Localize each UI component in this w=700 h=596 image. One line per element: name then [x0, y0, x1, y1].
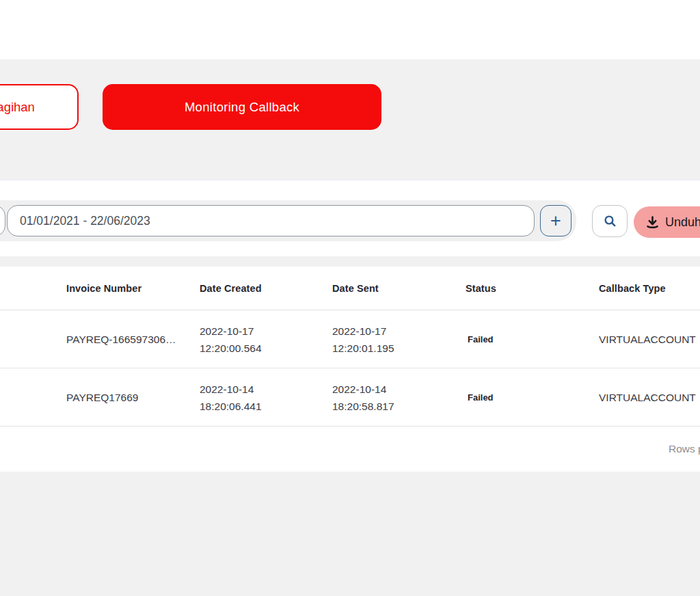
- table-header-row: Invoice Number Date Created Date Sent St…: [0, 267, 700, 310]
- date-created-time: 18:20:06.441: [200, 398, 262, 415]
- date-sent-time: 12:20:01.195: [332, 340, 394, 357]
- date-sent-time: 18:20:58.817: [332, 398, 394, 415]
- cell-status: Failed: [468, 368, 550, 426]
- tab-monitoring-callback-label: Monitoring Callback: [185, 100, 299, 115]
- cell-callback-type: VIRTUALACCOUNT: [599, 368, 700, 426]
- rows-per-page-label: Rows per page: [669, 426, 700, 471]
- cell-date-created: 2022-10-14 18:20:06.441: [200, 368, 329, 426]
- plus-icon: +: [550, 212, 561, 230]
- cell-date-sent: 2022-10-17 12:20:01.195: [332, 310, 462, 368]
- date-created-date: 2022-10-17: [200, 323, 254, 340]
- date-range-input[interactable]: [7, 205, 535, 236]
- monitoring-callback-page: Tagihan Monitoring Callback +: [0, 0, 700, 596]
- top-header-strip: [0, 0, 700, 59]
- download-button[interactable]: Unduh: [634, 206, 700, 238]
- table-row[interactable]: PAYREQ-166597306… 2022-10-17 12:20:00.56…: [0, 310, 700, 368]
- cell-status: Failed: [468, 310, 550, 368]
- add-filter-button[interactable]: +: [540, 205, 571, 236]
- table-footer: Rows per page: [0, 426, 700, 471]
- column-header-invoice-number: Invoice Number: [66, 267, 196, 310]
- date-created-time: 12:20:00.564: [200, 340, 262, 357]
- search-button[interactable]: [592, 205, 628, 237]
- cell-callback-type: VIRTUALACCOUNT: [599, 310, 700, 368]
- callback-table: Invoice Number Date Created Date Sent St…: [0, 267, 700, 472]
- cell-invoice-number: PAYREQ17669: [66, 368, 196, 426]
- download-icon: [645, 215, 660, 230]
- date-sent-date: 2022-10-17: [332, 323, 386, 340]
- table-row[interactable]: PAYREQ17669 2022-10-14 18:20:06.441 2022…: [0, 368, 700, 426]
- cell-date-sent: 2022-10-14 18:20:58.817: [332, 368, 462, 426]
- filter-toolbar: + Unduh: [0, 180, 700, 256]
- tab-tagihan-label: Tagihan: [0, 100, 35, 115]
- tab-tagihan[interactable]: Tagihan: [0, 84, 79, 130]
- cell-invoice-number: PAYREQ-166597306…: [66, 310, 196, 368]
- search-icon: [603, 214, 617, 228]
- column-header-date-sent: Date Sent: [332, 267, 462, 310]
- column-header-date-created: Date Created: [200, 267, 329, 310]
- cell-date-created: 2022-10-17 12:20:00.564: [200, 310, 329, 368]
- date-sent-date: 2022-10-14: [332, 381, 386, 398]
- download-button-label: Unduh: [665, 215, 700, 230]
- date-created-date: 2022-10-14: [200, 381, 254, 398]
- tab-monitoring-callback[interactable]: Monitoring Callback: [103, 84, 381, 130]
- column-header-status: Status: [466, 267, 548, 310]
- column-header-callback-type: Callback Type: [599, 267, 700, 310]
